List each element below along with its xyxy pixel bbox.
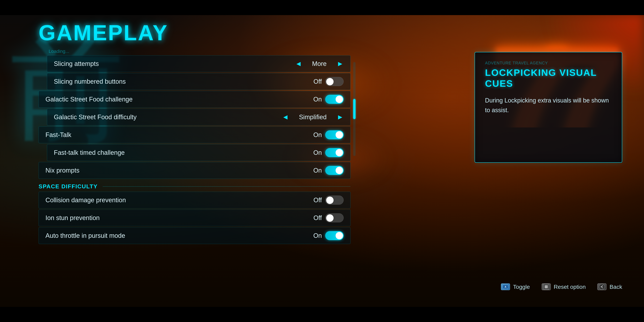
value-text-auto-throttle: On (312, 232, 322, 239)
arrow-right-slicing-attempts[interactable]: ► (336, 60, 344, 68)
page-title: GAMEPLAY (38, 20, 168, 45)
bottom-bar (0, 307, 644, 322)
action-bar: A Toggle Reset option Bac (501, 284, 622, 290)
reset-icon (542, 284, 551, 290)
value-container-galactic-challenge: On (312, 95, 344, 104)
value-text-collision: Off (312, 196, 322, 204)
value-text-fast-talk-timed: On (312, 149, 322, 156)
value-slicing-attempts: More (312, 60, 327, 68)
info-panel-small-label: ADVENTURE TRAVEL AGENCY (485, 61, 612, 66)
value-container-auto-throttle: On (312, 231, 344, 240)
info-panel: ADVENTURE TRAVEL AGENCY LOCKPICKING VISU… (474, 52, 622, 163)
setting-row-galactic-difficulty[interactable]: Galactic Street Food difficulty ◄ Simpli… (47, 109, 350, 126)
arrow-right-galactic-difficulty[interactable]: ► (336, 113, 344, 121)
toggle-nix-prompts[interactable] (325, 166, 344, 175)
setting-row-fast-talk-timed[interactable]: Fast-talk timed challenge On (47, 144, 350, 161)
setting-row-nix-prompts[interactable]: Nix prompts On (38, 162, 350, 179)
setting-label-fast-talk: Fast-Talk (46, 131, 71, 138)
toggle-knob-auto-throttle (336, 232, 343, 239)
settings-panel: Loading... Slicing attempts ◄ More ► Sli… (38, 49, 350, 245)
top-bar (0, 0, 644, 15)
arrow-left-galactic-difficulty[interactable]: ◄ (282, 113, 289, 121)
arrow-left-slicing-attempts[interactable]: ◄ (295, 60, 302, 68)
section-header-space-difficulty: SPACE DIFFICULTY (38, 180, 350, 192)
section-header-text-space: SPACE DIFFICULTY (38, 183, 98, 190)
scrollbar-track[interactable] (353, 62, 356, 156)
toggle-label: Toggle (513, 284, 530, 290)
action-toggle[interactable]: A Toggle (501, 284, 530, 290)
toggle-ion-stun[interactable] (325, 213, 344, 222)
setting-row-collision[interactable]: Collision damage prevention Off (38, 192, 350, 208)
setting-label-slicing-numbered: Slicing numbered buttons (54, 78, 126, 85)
action-back[interactable]: Back (598, 284, 622, 290)
svg-rect-3 (545, 285, 548, 288)
value-container-ion-stun: Off (312, 213, 344, 222)
setting-row-fast-talk[interactable]: Fast-Talk On (38, 126, 350, 143)
section-header-line-space (103, 186, 350, 187)
setting-label-nix-prompts: Nix prompts (46, 167, 80, 174)
setting-label-auto-throttle: Auto throttle in pursuit mode (46, 232, 125, 239)
value-container-fast-talk: On (312, 130, 344, 139)
toggle-knob-fast-talk-timed (336, 149, 343, 156)
toggle-slicing-numbered[interactable] (325, 77, 344, 86)
toggle-collision[interactable] (325, 196, 344, 204)
setting-label-galactic-challenge: Galactic Street Food challenge (46, 96, 133, 103)
setting-label-collision: Collision damage prevention (46, 196, 126, 204)
toggle-knob-collision (326, 196, 334, 204)
value-text-galactic-challenge: On (312, 96, 322, 103)
back-label: Back (610, 284, 622, 290)
toggle-icon: A (501, 284, 510, 290)
svg-text:A: A (505, 286, 506, 288)
info-panel-title: LOCKPICKING VISUAL CUES (485, 67, 612, 89)
main-content: GAMEPLAY Loading... Slicing attempts ◄ M… (0, 15, 644, 307)
setting-row-galactic-challenge[interactable]: Galactic Street Food challenge On (38, 91, 350, 108)
value-galactic-difficulty: Simplified (299, 114, 327, 121)
setting-label-fast-talk-timed: Fast-talk timed challenge (54, 149, 124, 156)
setting-row-ion-stun[interactable]: Ion stun prevention Off (38, 210, 350, 226)
toggle-auto-throttle[interactable] (325, 231, 344, 240)
section-tiny-label: Loading... (38, 49, 350, 54)
toggle-galactic-challenge[interactable] (325, 95, 344, 104)
toggle-knob-galactic-challenge (336, 96, 343, 103)
back-icon (598, 284, 606, 290)
toggle-knob-fast-talk (336, 131, 343, 138)
action-reset[interactable]: Reset option (542, 284, 586, 290)
setting-row-auto-throttle[interactable]: Auto throttle in pursuit mode On (38, 227, 350, 244)
value-text-fast-talk: On (312, 131, 322, 138)
value-text-slicing-numbered: Off (312, 78, 322, 85)
value-container-fast-talk-timed: On (312, 148, 344, 157)
value-container-collision: Off (312, 196, 344, 204)
setting-row-slicing-numbered[interactable]: Slicing numbered buttons Off (47, 73, 350, 90)
nav-slicing-attempts: ◄ More ► (295, 60, 344, 68)
svg-point-5 (601, 286, 602, 287)
value-container-slicing-numbered: Off (312, 77, 344, 86)
info-panel-description: During Lockpicking extra visuals will be… (485, 96, 612, 115)
reset-label: Reset option (554, 284, 586, 290)
toggle-knob-ion-stun (326, 214, 334, 222)
value-text-nix-prompts: On (312, 167, 322, 174)
toggle-knob-nix-prompts (336, 167, 343, 174)
nav-galactic-difficulty: ◄ Simplified ► (282, 113, 344, 121)
setting-label-slicing-attempts: Slicing attempts (54, 60, 99, 68)
value-text-ion-stun: Off (312, 214, 322, 222)
setting-row-slicing-attempts[interactable]: Slicing attempts ◄ More ► (47, 55, 350, 72)
toggle-knob-slicing-numbered (326, 78, 334, 85)
scrollbar-thumb[interactable] (353, 99, 356, 119)
setting-label-ion-stun: Ion stun prevention (46, 214, 100, 222)
value-container-nix-prompts: On (312, 166, 344, 175)
toggle-fast-talk-timed[interactable] (325, 148, 344, 157)
toggle-fast-talk[interactable] (325, 130, 344, 139)
setting-label-galactic-difficulty: Galactic Street Food difficulty (54, 114, 137, 121)
